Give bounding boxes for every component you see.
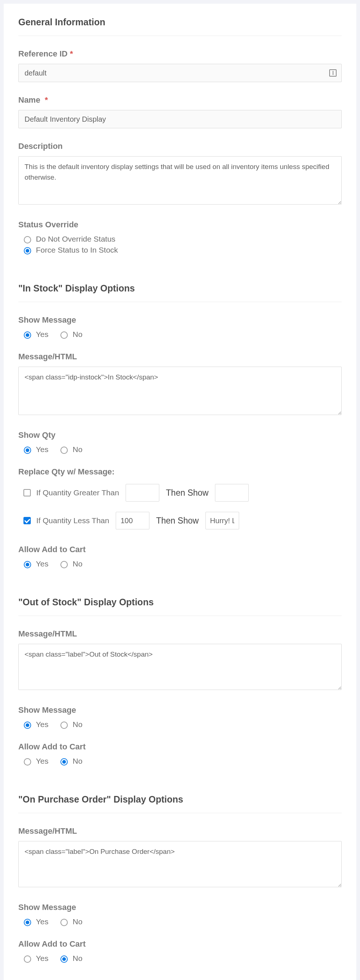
yes-label: Yes — [36, 954, 48, 963]
qty-gt-checkbox-label[interactable]: If Quantity Greater Than — [22, 488, 119, 498]
section-title-onpo: "On Purchase Order" Display Options — [18, 794, 342, 805]
instock-allow-cart-label: Allow Add to Cart — [18, 545, 342, 554]
qty-lt-message-input[interactable] — [205, 512, 239, 530]
divider — [18, 302, 342, 302]
qty-lt-text: If Quantity Less Than — [36, 516, 109, 525]
instock-allow-cart-yes[interactable]: Yes — [22, 560, 48, 568]
instock-message-textarea[interactable] — [18, 367, 342, 415]
replace-qty-label: Replace Qty w/ Message: — [18, 467, 342, 477]
yes-label: Yes — [36, 757, 48, 765]
instock-show-qty-label: Show Qty — [18, 430, 342, 440]
name-label-text: Name — [18, 95, 40, 105]
status-radio-1-label: Force Status to In Stock — [36, 246, 118, 255]
divider — [18, 616, 342, 616]
instock-allow-cart-no[interactable]: No — [59, 560, 82, 568]
reference-id-label: Reference ID * — [18, 49, 342, 59]
required-mark: * — [45, 95, 48, 105]
oos-show-message-no-radio[interactable] — [60, 722, 68, 729]
status-radio-0[interactable] — [24, 236, 31, 243]
qty-less-than-rule: If Quantity Less Than Then Show — [22, 512, 342, 530]
onpo-show-message-no-radio[interactable] — [60, 919, 68, 926]
status-radio-0-label: Do Not Override Status — [36, 235, 115, 243]
instock-show-message-no-radio[interactable] — [60, 331, 68, 339]
onpo-message-label: Message/HTML — [18, 826, 342, 836]
qty-gt-checkbox[interactable] — [24, 489, 31, 496]
onpo-message-textarea[interactable] — [18, 841, 342, 887]
yes-label: Yes — [36, 330, 48, 339]
then-show-text: Then Show — [166, 488, 208, 498]
instock-show-message-label: Show Message — [18, 315, 342, 325]
no-label: No — [73, 954, 82, 963]
status-option-do-not-override[interactable]: Do Not Override Status — [22, 235, 342, 243]
yes-label: Yes — [36, 560, 48, 568]
divider — [18, 813, 342, 813]
instock-show-message-yes-radio[interactable] — [24, 331, 31, 339]
status-option-force-instock[interactable]: Force Status to In Stock — [22, 246, 342, 255]
qty-lt-checkbox-label[interactable]: If Quantity Less Than — [22, 516, 109, 525]
onpo-allow-cart-no[interactable]: No — [59, 954, 82, 963]
oos-show-message-no[interactable]: No — [59, 720, 82, 729]
name-label: Name * — [18, 95, 342, 105]
section-title-instock: "In Stock" Display Options — [18, 283, 342, 294]
section-title-oos: "Out of Stock" Display Options — [18, 597, 342, 608]
onpo-allow-cart-yes[interactable]: Yes — [22, 954, 48, 963]
reference-id-input[interactable] — [18, 64, 342, 82]
instock-message-label: Message/HTML — [18, 352, 342, 361]
onpo-show-message-no[interactable]: No — [59, 917, 82, 926]
onpo-show-message-yes[interactable]: Yes — [22, 917, 48, 926]
yes-label: Yes — [36, 917, 48, 926]
qty-gt-message-input[interactable] — [215, 484, 249, 501]
oos-show-message-yes[interactable]: Yes — [22, 720, 48, 729]
onpo-show-message-yes-radio[interactable] — [24, 919, 31, 926]
qty-lt-checkbox[interactable] — [24, 517, 31, 524]
divider — [18, 35, 342, 36]
oos-message-textarea[interactable] — [18, 644, 342, 690]
onpo-allow-cart-yes-radio[interactable] — [24, 955, 31, 963]
oos-allow-cart-label: Allow Add to Cart — [18, 742, 342, 752]
section-title-general: General Information — [18, 17, 342, 27]
instock-show-qty-no-radio[interactable] — [60, 447, 68, 454]
qty-greater-than-rule: If Quantity Greater Than Then Show — [22, 484, 342, 501]
qty-lt-value-input[interactable] — [116, 512, 149, 530]
instock-show-qty-yes[interactable]: Yes — [22, 445, 48, 454]
description-label: Description — [18, 142, 342, 151]
onpo-allow-cart-label: Allow Add to Cart — [18, 939, 342, 949]
oos-show-message-yes-radio[interactable] — [24, 722, 31, 729]
instock-show-qty-yes-radio[interactable] — [24, 447, 31, 454]
reference-id-label-text: Reference ID — [18, 49, 68, 58]
oos-allow-cart-yes-radio[interactable] — [24, 758, 31, 765]
name-input[interactable] — [18, 110, 342, 128]
instock-show-qty-no[interactable]: No — [59, 445, 82, 454]
yes-label: Yes — [36, 720, 48, 729]
onpo-show-message-label: Show Message — [18, 903, 342, 912]
status-override-label: Status Override — [18, 220, 342, 229]
no-label: No — [73, 757, 82, 765]
oos-allow-cart-no[interactable]: No — [59, 757, 82, 765]
instock-show-message-yes[interactable]: Yes — [22, 330, 48, 339]
no-label: No — [73, 917, 82, 926]
instock-show-message-no[interactable]: No — [59, 330, 82, 339]
yes-label: Yes — [36, 445, 48, 454]
no-label: No — [73, 330, 82, 339]
onpo-allow-cart-no-radio[interactable] — [60, 955, 68, 963]
oos-allow-cart-no-radio[interactable] — [60, 758, 68, 765]
oos-allow-cart-yes[interactable]: Yes — [22, 757, 48, 765]
then-show-text: Then Show — [156, 516, 198, 526]
no-label: No — [73, 560, 82, 568]
qty-gt-text: If Quantity Greater Than — [36, 488, 119, 497]
oos-message-label: Message/HTML — [18, 629, 342, 639]
instock-allow-cart-yes-radio[interactable] — [24, 561, 31, 568]
no-label: No — [73, 445, 82, 454]
status-radio-1[interactable] — [24, 247, 31, 255]
instock-allow-cart-no-radio[interactable] — [60, 561, 68, 568]
description-textarea[interactable] — [18, 156, 342, 205]
oos-show-message-label: Show Message — [18, 705, 342, 715]
required-mark: * — [70, 49, 73, 58]
no-label: No — [73, 720, 82, 729]
qty-gt-value-input[interactable] — [125, 484, 159, 501]
